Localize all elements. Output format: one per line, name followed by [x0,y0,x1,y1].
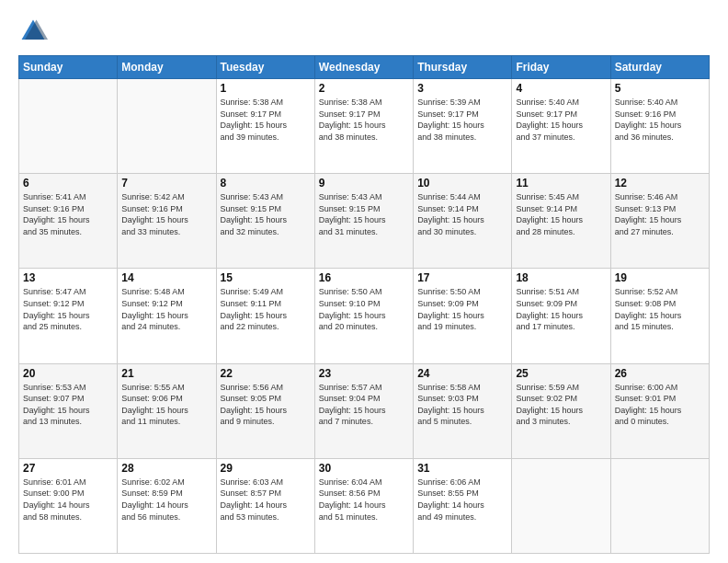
calendar-cell: 17Sunrise: 5:50 AM Sunset: 9:09 PM Dayli… [414,269,512,363]
calendar-row: 13Sunrise: 5:47 AM Sunset: 9:12 PM Dayli… [19,269,710,363]
day-number: 23 [319,367,409,380]
cell-info: Sunrise: 5:45 AM Sunset: 9:14 PM Dayligh… [516,191,606,237]
weekday-header: Monday [118,56,216,79]
cell-info: Sunrise: 5:47 AM Sunset: 9:12 PM Dayligh… [23,286,113,332]
calendar-cell: 3Sunrise: 5:39 AM Sunset: 9:17 PM Daylig… [414,79,512,174]
calendar-cell: 19Sunrise: 5:52 AM Sunset: 9:08 PM Dayli… [610,269,709,363]
cell-info: Sunrise: 6:03 AM Sunset: 8:57 PM Dayligh… [221,477,311,523]
calendar-cell: 24Sunrise: 5:58 AM Sunset: 9:03 PM Dayli… [414,363,512,458]
weekday-header: Tuesday [216,56,314,79]
day-number: 10 [417,177,507,190]
day-number: 7 [121,177,211,190]
cell-info: Sunrise: 5:38 AM Sunset: 9:17 PM Dayligh… [221,97,311,143]
cell-info: Sunrise: 5:55 AM Sunset: 9:06 PM Dayligh… [121,382,211,428]
day-number: 27 [23,462,113,475]
cell-info: Sunrise: 5:43 AM Sunset: 9:15 PM Dayligh… [221,191,311,237]
calendar-cell: 29Sunrise: 6:03 AM Sunset: 8:57 PM Dayli… [216,458,314,553]
cell-info: Sunrise: 5:56 AM Sunset: 9:05 PM Dayligh… [221,382,311,428]
day-number: 18 [516,271,606,284]
calendar-cell: 1Sunrise: 5:38 AM Sunset: 9:17 PM Daylig… [216,79,314,174]
calendar-cell: 11Sunrise: 5:45 AM Sunset: 9:14 PM Dayli… [512,174,610,269]
cell-info: Sunrise: 5:46 AM Sunset: 9:13 PM Dayligh… [615,191,705,237]
cell-info: Sunrise: 5:58 AM Sunset: 9:03 PM Dayligh… [417,382,507,428]
calendar-cell: 18Sunrise: 5:51 AM Sunset: 9:09 PM Dayli… [512,269,610,363]
day-number: 24 [417,367,507,380]
calendar-cell: 2Sunrise: 5:38 AM Sunset: 9:17 PM Daylig… [314,79,413,174]
cell-info: Sunrise: 5:52 AM Sunset: 9:08 PM Dayligh… [615,286,705,332]
weekday-header: Friday [512,56,610,79]
cell-info: Sunrise: 5:50 AM Sunset: 9:09 PM Dayligh… [417,286,507,332]
day-number: 19 [615,271,705,284]
header [18,17,710,46]
cell-info: Sunrise: 6:00 AM Sunset: 9:01 PM Dayligh… [615,382,705,428]
day-number: 26 [615,367,705,380]
calendar-cell: 23Sunrise: 5:57 AM Sunset: 9:04 PM Dayli… [314,363,413,458]
cell-info: Sunrise: 5:49 AM Sunset: 9:11 PM Dayligh… [221,286,311,332]
calendar-cell: 28Sunrise: 6:02 AM Sunset: 8:59 PM Dayli… [118,458,216,553]
logo [18,17,51,46]
calendar-cell [512,458,610,553]
calendar-cell: 30Sunrise: 6:04 AM Sunset: 8:56 PM Dayli… [314,458,413,553]
day-number: 14 [121,271,211,284]
cell-info: Sunrise: 5:59 AM Sunset: 9:02 PM Dayligh… [516,382,606,428]
calendar-cell: 13Sunrise: 5:47 AM Sunset: 9:12 PM Dayli… [19,269,118,363]
day-number: 12 [615,177,705,190]
day-number: 6 [23,177,113,190]
calendar-cell: 27Sunrise: 6:01 AM Sunset: 9:00 PM Dayli… [19,458,118,553]
calendar-row: 6Sunrise: 5:41 AM Sunset: 9:16 PM Daylig… [19,174,710,269]
weekday-header: Wednesday [314,56,413,79]
cell-info: Sunrise: 5:44 AM Sunset: 9:14 PM Dayligh… [417,191,507,237]
calendar-cell: 10Sunrise: 5:44 AM Sunset: 9:14 PM Dayli… [414,174,512,269]
cell-info: Sunrise: 6:04 AM Sunset: 8:56 PM Dayligh… [319,477,409,523]
cell-info: Sunrise: 5:43 AM Sunset: 9:15 PM Dayligh… [319,191,409,237]
calendar-cell [19,79,118,174]
cell-info: Sunrise: 5:48 AM Sunset: 9:12 PM Dayligh… [121,286,211,332]
calendar-row: 27Sunrise: 6:01 AM Sunset: 9:00 PM Dayli… [19,458,710,553]
calendar-cell: 25Sunrise: 5:59 AM Sunset: 9:02 PM Dayli… [512,363,610,458]
calendar-cell: 4Sunrise: 5:40 AM Sunset: 9:17 PM Daylig… [512,79,610,174]
calendar-cell: 12Sunrise: 5:46 AM Sunset: 9:13 PM Dayli… [610,174,709,269]
day-number: 16 [319,271,409,284]
day-number: 1 [221,82,311,95]
day-number: 17 [417,271,507,284]
cell-info: Sunrise: 5:40 AM Sunset: 9:17 PM Dayligh… [516,97,606,143]
cell-info: Sunrise: 5:42 AM Sunset: 9:16 PM Dayligh… [121,191,211,237]
calendar-cell: 31Sunrise: 6:06 AM Sunset: 8:55 PM Dayli… [414,458,512,553]
day-number: 22 [221,367,311,380]
calendar-row: 1Sunrise: 5:38 AM Sunset: 9:17 PM Daylig… [19,79,710,174]
cell-info: Sunrise: 5:51 AM Sunset: 9:09 PM Dayligh… [516,286,606,332]
day-number: 20 [23,367,113,380]
calendar-cell: 22Sunrise: 5:56 AM Sunset: 9:05 PM Dayli… [216,363,314,458]
day-number: 31 [417,462,507,475]
weekday-header: Saturday [610,56,709,79]
calendar-cell: 15Sunrise: 5:49 AM Sunset: 9:11 PM Dayli… [216,269,314,363]
cell-info: Sunrise: 5:50 AM Sunset: 9:10 PM Dayligh… [319,286,409,332]
calendar-table: SundayMondayTuesdayWednesdayThursdayFrid… [18,55,710,554]
calendar-cell: 8Sunrise: 5:43 AM Sunset: 9:15 PM Daylig… [216,174,314,269]
calendar-cell: 26Sunrise: 6:00 AM Sunset: 9:01 PM Dayli… [610,363,709,458]
calendar-cell: 16Sunrise: 5:50 AM Sunset: 9:10 PM Dayli… [314,269,413,363]
day-number: 30 [319,462,409,475]
cell-info: Sunrise: 6:02 AM Sunset: 8:59 PM Dayligh… [121,477,211,523]
day-number: 15 [221,271,311,284]
day-number: 11 [516,177,606,190]
cell-info: Sunrise: 6:01 AM Sunset: 9:00 PM Dayligh… [23,477,113,523]
day-number: 5 [615,82,705,95]
cell-info: Sunrise: 5:39 AM Sunset: 9:17 PM Dayligh… [417,97,507,143]
day-number: 2 [319,82,409,95]
calendar-cell [610,458,709,553]
cell-info: Sunrise: 5:57 AM Sunset: 9:04 PM Dayligh… [319,382,409,428]
day-number: 8 [221,177,311,190]
day-number: 4 [516,82,606,95]
calendar-cell: 14Sunrise: 5:48 AM Sunset: 9:12 PM Dayli… [118,269,216,363]
calendar-cell: 21Sunrise: 5:55 AM Sunset: 9:06 PM Dayli… [118,363,216,458]
day-number: 28 [121,462,211,475]
cell-info: Sunrise: 5:41 AM Sunset: 9:16 PM Dayligh… [23,191,113,237]
calendar-cell: 7Sunrise: 5:42 AM Sunset: 9:16 PM Daylig… [118,174,216,269]
cell-info: Sunrise: 6:06 AM Sunset: 8:55 PM Dayligh… [417,477,507,523]
weekday-header: Sunday [19,56,118,79]
weekday-header: Thursday [414,56,512,79]
calendar-cell: 9Sunrise: 5:43 AM Sunset: 9:15 PM Daylig… [314,174,413,269]
day-number: 21 [121,367,211,380]
cell-info: Sunrise: 5:53 AM Sunset: 9:07 PM Dayligh… [23,382,113,428]
